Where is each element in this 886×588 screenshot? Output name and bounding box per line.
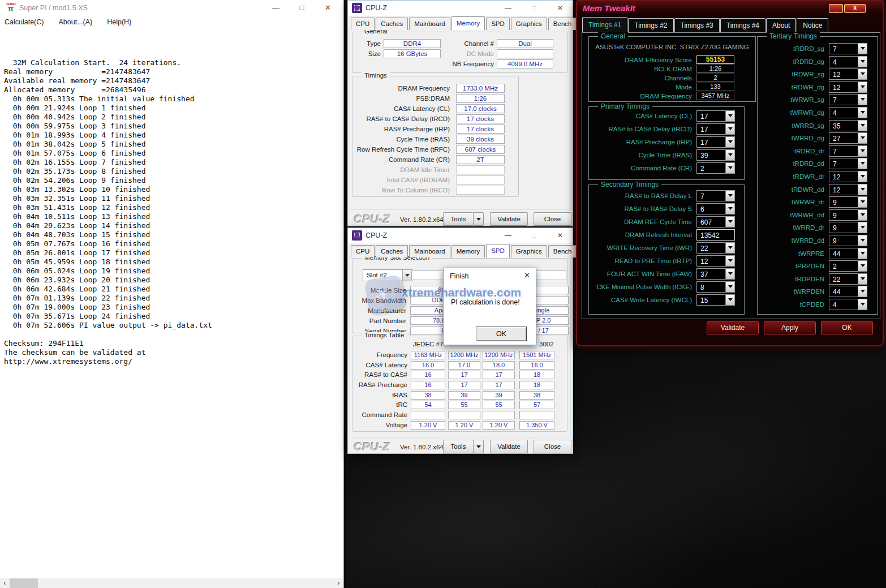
timing-select[interactable]: 9 [829, 222, 867, 233]
timing-select[interactable]: 44 [829, 248, 867, 259]
chevron-down-icon[interactable] [725, 191, 734, 201]
chevron-down-icon[interactable] [858, 210, 867, 220]
validate-button[interactable]: Validate [490, 212, 528, 226]
minimize-button[interactable]: — [496, 228, 521, 243]
tab[interactable]: Timings #2 [628, 18, 673, 32]
chevron-down-icon[interactable] [725, 282, 734, 292]
chevron-down-icon[interactable] [858, 108, 867, 118]
chevron-down-icon[interactable] [725, 163, 734, 173]
timing-select[interactable]: 2 [829, 260, 867, 272]
chevron-down-icon[interactable] [725, 204, 734, 214]
maximize-button[interactable]: □ [289, 0, 315, 16]
menu-item[interactable]: Help(H) [107, 16, 138, 29]
timing-select[interactable]: 13542 [696, 229, 735, 241]
tab[interactable]: Notice [797, 18, 828, 32]
tab[interactable]: Mainboard [409, 18, 450, 30]
chevron-down-icon[interactable] [725, 217, 734, 227]
timing-select[interactable]: 12 [829, 184, 867, 195]
tab[interactable]: Bench [548, 18, 577, 30]
scroll-right-icon[interactable]: › [334, 578, 343, 588]
tab[interactable]: Caches [376, 245, 408, 257]
action-button[interactable]: OK [821, 321, 873, 334]
tab[interactable]: CPU [351, 18, 375, 30]
chevron-down-icon[interactable] [858, 184, 867, 195]
timing-select[interactable]: 4 [829, 56, 867, 67]
menu-item[interactable]: About...(A) [58, 16, 99, 29]
chevron-down-icon[interactable] [725, 256, 734, 266]
timing-select[interactable]: 12 [829, 81, 867, 93]
menu-item[interactable]: Calculate(C) [5, 16, 50, 29]
tab[interactable]: Memory [451, 16, 485, 30]
tab[interactable]: CPU [351, 245, 375, 257]
tools-button[interactable]: Tools [443, 440, 474, 453]
timing-select[interactable]: 22 [696, 242, 735, 254]
timing-select[interactable]: 9 [829, 209, 867, 221]
chevron-down-icon[interactable] [858, 69, 867, 79]
validate-button[interactable]: Validate [490, 440, 528, 453]
scrollbar-thumb[interactable] [10, 578, 38, 588]
chevron-down-icon[interactable] [725, 137, 734, 147]
timing-select[interactable]: 9 [829, 196, 867, 208]
tools-dropdown-button[interactable] [473, 212, 484, 226]
timing-select[interactable]: 35 [829, 120, 867, 131]
timing-select[interactable]: 7 [829, 145, 867, 157]
tab[interactable]: Timings #3 [674, 18, 720, 32]
timing-select[interactable]: 17 [696, 123, 735, 135]
tools-button[interactable]: Tools [443, 212, 474, 226]
horizontal-scrollbar[interactable]: ‹ › [0, 578, 343, 588]
chevron-down-icon[interactable] [858, 95, 867, 105]
slot-select[interactable]: Slot #2 [363, 269, 412, 281]
chevron-down-icon[interactable] [858, 299, 867, 310]
action-button[interactable]: Apply [764, 321, 816, 334]
timing-select[interactable]: 607 [696, 216, 735, 228]
tab[interactable]: Graphics [511, 245, 547, 257]
tab[interactable]: Graphics [511, 18, 547, 30]
timing-select[interactable]: 12 [696, 255, 735, 267]
chevron-down-icon[interactable] [858, 222, 867, 233]
tab[interactable]: Mainboard [409, 245, 450, 257]
chevron-down-icon[interactable] [725, 295, 734, 305]
chevron-down-icon[interactable] [858, 146, 867, 156]
chevron-down-icon[interactable] [858, 44, 867, 54]
tab[interactable]: About [766, 18, 796, 32]
chevron-down-icon[interactable] [858, 286, 867, 297]
tab[interactable]: SPD [486, 244, 510, 257]
timing-select[interactable]: 22 [829, 273, 867, 285]
chevron-down-icon[interactable] [858, 82, 867, 92]
memtweakit-titlebar[interactable]: Mem TweakIt _ X [577, 1, 883, 16]
tab[interactable]: Bench [548, 245, 577, 257]
close-button[interactable]: ✕ [548, 1, 573, 16]
timing-select[interactable]: 7 [696, 190, 735, 201]
chevron-down-icon[interactable] [858, 57, 867, 67]
close-button[interactable]: ✕ [315, 0, 341, 16]
chevron-down-icon[interactable] [725, 243, 734, 253]
minimize-button[interactable]: _ [829, 4, 843, 13]
chevron-down-icon[interactable] [858, 261, 867, 271]
close-button[interactable]: ✕ [548, 228, 573, 243]
minimize-button[interactable]: — [263, 0, 289, 16]
close-button[interactable]: X [844, 4, 866, 13]
timing-select[interactable]: 15 [696, 294, 735, 306]
chevron-down-icon[interactable] [858, 235, 867, 246]
cpuz-titlebar[interactable]: CPU-Z — □ ✕ [348, 1, 573, 16]
chevron-down-icon[interactable] [858, 133, 867, 143]
timing-select[interactable]: 7 [829, 43, 867, 54]
tab[interactable]: Timings #1 [582, 17, 627, 32]
tab[interactable]: SPD [486, 18, 510, 30]
tools-dropdown-button[interactable] [473, 440, 484, 453]
chevron-down-icon[interactable] [858, 158, 867, 169]
timing-select[interactable]: 7 [829, 158, 867, 169]
chevron-down-icon[interactable] [858, 171, 867, 182]
tab[interactable]: Timings #4 [720, 18, 765, 32]
chevron-down-icon[interactable] [725, 111, 734, 121]
minimize-button[interactable]: — [496, 1, 521, 16]
timing-select[interactable]: 2 [696, 162, 735, 174]
timing-select[interactable]: 8 [696, 281, 735, 293]
chevron-down-icon[interactable] [725, 269, 734, 279]
timing-select[interactable]: 44 [829, 286, 867, 297]
timing-select[interactable]: 4 [829, 299, 867, 310]
tab[interactable]: Memory [451, 245, 485, 257]
timing-select[interactable]: 12 [829, 171, 867, 182]
chevron-down-icon[interactable] [402, 270, 412, 281]
timing-select[interactable]: 37 [696, 268, 735, 280]
